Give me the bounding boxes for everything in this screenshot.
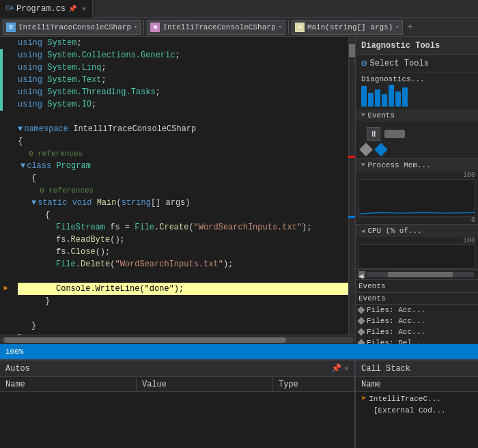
code-line-13: 0 references (18, 184, 348, 197)
am-12 (3, 172, 15, 184)
type: Program (56, 161, 90, 171)
cpu-collapse-icon: ◀ (361, 227, 365, 235)
events-slider[interactable] (384, 130, 405, 138)
toolbar-sep-2 (288, 20, 289, 34)
collapse-icon-8[interactable]: ▼ (18, 124, 23, 134)
dd-arrow-2: ▾ (278, 23, 281, 31)
code-line-17: fs.ReadByte(); (18, 234, 348, 246)
select-tools-label[interactable]: Select Tools (369, 59, 428, 68)
autos-close-icon[interactable]: ✕ (344, 363, 349, 374)
autos-pin-icon[interactable]: 📌 (331, 363, 341, 374)
events-col-label: Events (358, 294, 386, 303)
code-line-21: Console.WriteLine("done"); (18, 283, 348, 295)
event-diamond-4 (357, 339, 365, 344)
type: File (135, 223, 154, 232)
chart-bar-1 (361, 86, 367, 107)
am-11 (3, 160, 15, 172)
event-item-4[interactable]: Files: Del... (356, 337, 478, 344)
method: Close (71, 247, 96, 257)
context-dropdown-1[interactable]: ⊞ IntelliTraceConsoleCSharp ▾ (3, 20, 141, 35)
diag-nav-bar: ◀ (356, 270, 478, 280)
tab-close-icon[interactable]: ✕ (82, 4, 87, 13)
autos-title: Autos (5, 364, 30, 374)
plain: fs = (105, 223, 135, 232)
diag-mini-chart (361, 85, 473, 107)
dd-label-3: Main(string[] args) (307, 23, 393, 31)
am-1 (3, 37, 15, 49)
diamond-icon-2 (374, 143, 388, 156)
diagnostic-tools-panel: Diagnostic Tools ⚙ Select Tools Diagnost… (355, 37, 478, 344)
cpu-section-header[interactable]: ◀ CPU (% of... (356, 225, 478, 237)
hscroll-track[interactable] (1, 337, 354, 343)
tab-pin-icon[interactable]: 📌 (68, 5, 76, 13)
process-mem-0: 0 (358, 216, 475, 224)
process-mem-chart (358, 179, 475, 216)
am-4 (3, 74, 15, 86)
type: File (56, 260, 76, 269)
code-editor: ➤ using System; using System.Collections… (0, 37, 355, 344)
dd-label-2: IntelliTraceConsoleCSharp (163, 23, 275, 31)
hscroll-thumb[interactable] (4, 337, 286, 343)
editor-vscroll-thumb[interactable] (349, 44, 355, 57)
events-pause-btn[interactable]: ⏸ (367, 127, 380, 141)
gear-icon[interactable]: ⚙ (361, 57, 367, 69)
code-line-1: using System; (18, 37, 348, 49)
plain: ( (110, 260, 115, 269)
diag-panel-title: Diagnostic Tools (361, 41, 440, 51)
code-line-9: { (18, 135, 348, 148)
autos-table-header: Name Value Type (0, 377, 354, 392)
plain: { (31, 173, 36, 183)
code-area[interactable]: ➤ using System; using System.Collections… (0, 37, 355, 335)
code-line-18: fs.Close(); (18, 246, 348, 258)
diag-hscroll-thumb[interactable] (388, 272, 452, 277)
diag-scroll-left[interactable]: ◀ (358, 271, 365, 278)
am-19 (3, 258, 15, 270)
autos-panel: Autos 📌 ✕ Name Value Type (0, 359, 355, 448)
toolbar-plus-btn[interactable]: + (404, 21, 417, 33)
context-dropdown-2[interactable]: ◉ IntelliTraceConsoleCSharp ▾ (147, 20, 285, 35)
events-content: ⏸ (356, 122, 478, 158)
am-15 (3, 209, 15, 221)
process-mem-100: 100 (358, 171, 475, 179)
dd-arrow-3: ▾ (395, 23, 399, 31)
zoom-level[interactable]: 100% (5, 348, 23, 356)
dd-label-1: IntelliTraceConsoleCSharp (18, 23, 131, 31)
kw: using (18, 38, 47, 48)
code-line-19: File.Delete("WordSearchInputs.txt"); (18, 258, 348, 270)
process-mem-header[interactable]: ▼ Process Mem... (356, 159, 478, 171)
kw: string (122, 198, 151, 208)
highlighted-text: Console.WriteLine("done"); (56, 284, 184, 294)
kw: using (18, 51, 47, 60)
events-section: ▼ Events ⏸ (356, 109, 478, 159)
events-section-header[interactable]: ▼ Events (356, 109, 478, 122)
event-item-3[interactable]: Files: Acc... (356, 326, 478, 337)
collapse-icon-11[interactable]: ▼ (20, 161, 25, 171)
cpu-100: 100 (358, 237, 475, 244)
plain: ); (223, 260, 233, 269)
cs-file-icon: C# (5, 5, 14, 12)
editor-hscrollbar[interactable] (0, 335, 355, 344)
dd-icon-1: ⊞ (6, 23, 16, 32)
editor-vscrollbar[interactable] (348, 37, 355, 335)
autos-controls: 📌 ✕ (331, 363, 349, 374)
events-section-title: Events (367, 111, 395, 120)
callstack-item-2: [External Cod... (356, 405, 478, 416)
diag-hscroll-track[interactable] (367, 272, 474, 277)
code-line-20 (18, 270, 348, 283)
plain: { (45, 210, 50, 220)
callstack-header: Call Stack (356, 361, 478, 377)
cpu-content: 100 (356, 237, 478, 269)
event-item-2[interactable]: Files: Acc... (356, 316, 478, 326)
am-5 (3, 86, 15, 98)
plain: ; (92, 100, 96, 109)
tab-program-cs[interactable]: C# Program.cs 📌 ✕ (0, 0, 93, 18)
context-dropdown-3[interactable]: ◈ Main(string[] args) ▾ (292, 20, 403, 35)
code-lines-container[interactable]: using System; using System.Collections.G… (15, 37, 348, 335)
events-controls: ⏸ (361, 124, 473, 143)
collapse-icon-14[interactable]: ▼ (31, 198, 36, 208)
event-item-1[interactable]: Files: Acc... (356, 305, 478, 316)
toolbar-sep-1 (143, 20, 144, 34)
dd-arrow-1: ▾ (134, 23, 137, 31)
autos-col-value: Value (137, 377, 273, 391)
callstack-item-1: ➤ IntelliTraceC... (356, 392, 478, 405)
